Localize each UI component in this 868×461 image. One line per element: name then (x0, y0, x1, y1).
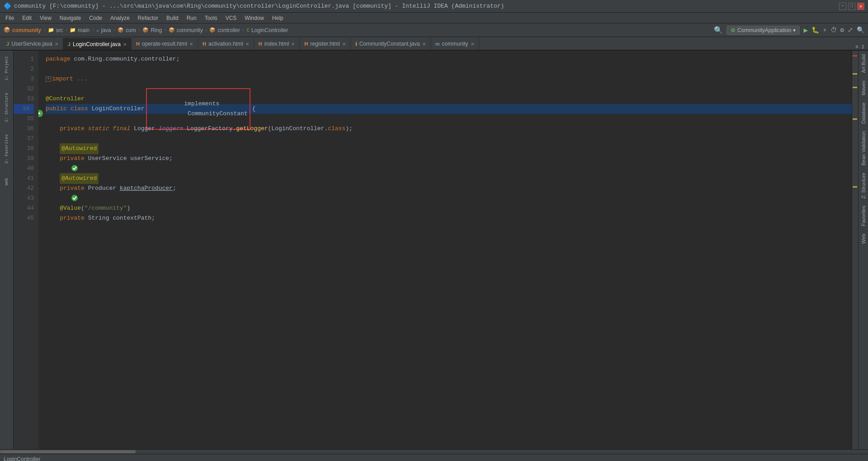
search-icon[interactable]: 🔍 (714, 26, 723, 35)
right-tab-beanvalidation[interactable]: Bean Validation (859, 127, 868, 169)
menu-build[interactable]: Build (163, 14, 182, 22)
line-num-1: 1 (14, 54, 34, 64)
nav-logincontroller-icon: C (246, 28, 250, 33)
run-gutter-icon[interactable] (38, 110, 43, 117)
warning-marker-3 (853, 118, 857, 120)
run-button[interactable]: ▶ (803, 26, 808, 35)
settings-icon[interactable]: ⚙ (840, 26, 844, 34)
right-tab-web[interactable]: Web (859, 230, 868, 247)
tab-close-button[interactable]: ✕ (342, 42, 346, 47)
scrollbar-thumb[interactable] (0, 450, 136, 453)
tab-close-button[interactable]: ✕ (123, 42, 127, 47)
code-line-38: @Autowired (46, 144, 852, 154)
menu-tools[interactable]: Tools (201, 14, 221, 22)
line-num-39: 39 (14, 154, 34, 164)
nav-src[interactable]: src (56, 27, 63, 33)
profile-button[interactable]: ⏱ (830, 27, 837, 34)
keyword-final: final (113, 124, 130, 134)
nav-community2[interactable]: community (177, 27, 203, 33)
semicolon: ; (151, 213, 155, 223)
nav-java[interactable]: java (101, 27, 111, 33)
annotation-controller: @Controller (46, 94, 85, 104)
menu-edit[interactable]: Edit (19, 14, 35, 22)
tab-userservice[interactable]: J UserService.java ✕ (2, 38, 63, 50)
menu-run[interactable]: Run (183, 14, 200, 22)
right-tab-artbuild[interactable]: Art Build (859, 51, 868, 77)
line-num-44: 44 (14, 203, 34, 213)
menu-refactor[interactable]: Refactor (134, 14, 162, 22)
menu-code[interactable]: Code (85, 14, 106, 22)
tab-close-button[interactable]: ✕ (471, 42, 474, 47)
tab-logincontroller[interactable]: J LoginController.java ✕ (63, 38, 132, 50)
annotation-autowired-2: @Autowired (60, 173, 99, 184)
tab-close-button[interactable]: ✕ (189, 42, 193, 47)
menu-view[interactable]: View (36, 14, 55, 22)
editor-area: 1 2 3 32 33 34 35 36 37 38 39 40 41 42 4… (14, 51, 858, 449)
debug-button[interactable]: 🐛 (811, 26, 819, 34)
tab-close-button[interactable]: ✕ (245, 42, 249, 47)
maximize-button[interactable]: □ (848, 3, 855, 10)
menu-vcs[interactable]: VCS (222, 14, 241, 22)
line-numbers: 1 2 3 32 33 34 35 36 37 38 39 40 41 42 4… (14, 51, 38, 449)
coverage-button[interactable]: ⚡ (823, 26, 826, 34)
code-line-35 (46, 114, 852, 124)
nav-ring[interactable]: Ring (151, 27, 162, 33)
tab-activation[interactable]: H activation.html ✕ (198, 38, 254, 50)
menu-window[interactable]: Window (241, 14, 268, 22)
web-panel-button[interactable]: Web (1, 173, 13, 191)
run-config-dropdown[interactable]: ⚙ CommunityApplication ▾ (726, 26, 800, 35)
line-num-35: 35 (14, 114, 34, 124)
run-config-icon: ⚙ (731, 27, 736, 33)
left-sidebar: 1: Project 2: Structure 2: Favorites Web (0, 51, 14, 449)
code-text: ); (345, 124, 353, 134)
nav-logincontroller[interactable]: LoginController (251, 27, 288, 33)
nav-sep1: › (43, 28, 46, 33)
tab-close-button[interactable]: ✕ (55, 42, 58, 47)
menu-bar: File Edit View Navigate Code Analyze Ref… (0, 13, 868, 24)
tab-communityconstant[interactable]: ℹ CommunityConstant.java ✕ (351, 38, 431, 50)
close-button[interactable]: ✕ (857, 3, 864, 10)
var-kaptchaproducer: kaptchaProducer (120, 183, 173, 193)
tab-label: register.html (310, 41, 340, 47)
structure-panel-button[interactable]: 2: Structure (1, 89, 13, 126)
favorites-panel-button[interactable]: 2: Favorites (1, 131, 13, 167)
horizontal-scrollbar[interactable] (0, 449, 868, 454)
var-logger: logger (159, 124, 180, 134)
nav-community2-icon: 📦 (169, 27, 175, 33)
tab-community-m[interactable]: m community ✕ (431, 38, 479, 50)
right-tab-structure[interactable]: Z: Structure (859, 169, 868, 202)
menu-navigate[interactable]: Navigate (56, 14, 85, 22)
title-bar-controls[interactable]: ─ □ ✕ (839, 3, 864, 10)
menu-help[interactable]: Help (269, 14, 287, 22)
right-tab-favorites[interactable]: Favorites (859, 202, 868, 230)
indent (46, 213, 60, 223)
nav-controller[interactable]: controller (217, 27, 240, 33)
tab-register[interactable]: H register.html ✕ (300, 38, 350, 50)
tabs-overflow-button[interactable]: ≡ 2 (855, 44, 864, 50)
nav-main[interactable]: main (78, 27, 90, 33)
code-editor[interactable]: package com.Ring.community.controller; +… (38, 51, 852, 449)
tab-close-button[interactable]: ✕ (422, 42, 426, 47)
scroll-gutter[interactable] (852, 51, 858, 449)
code-line-44: @Value ( "/community" ) (46, 203, 852, 213)
right-tab-database[interactable]: Database (859, 99, 868, 127)
tab-label: index.html (264, 41, 289, 47)
tab-label: community (442, 41, 468, 47)
nav-com[interactable]: com (126, 27, 136, 33)
collapse-import-button[interactable]: + (46, 76, 51, 82)
tab-index[interactable]: H index.html ✕ (254, 38, 300, 50)
nav-sep7: › (205, 28, 208, 33)
menu-file[interactable]: File (2, 14, 18, 22)
line-num-34: 34 (14, 104, 34, 114)
menu-analyze[interactable]: Analyze (107, 14, 133, 22)
tab-close-button[interactable]: ✕ (291, 42, 295, 47)
right-tab-maven[interactable]: Maven (859, 77, 868, 99)
code-space: Logger (130, 124, 158, 134)
fullscreen-icon[interactable]: ⤢ (848, 26, 853, 34)
nav-community[interactable]: community (12, 27, 41, 33)
search2-icon[interactable]: 🔍 (857, 26, 864, 34)
project-panel-button[interactable]: 1: Project (1, 52, 13, 84)
tab-operate-result[interactable]: H operate-result.html ✕ (132, 38, 198, 50)
keyword-class: class (71, 104, 88, 114)
minimize-button[interactable]: ─ (839, 3, 846, 10)
